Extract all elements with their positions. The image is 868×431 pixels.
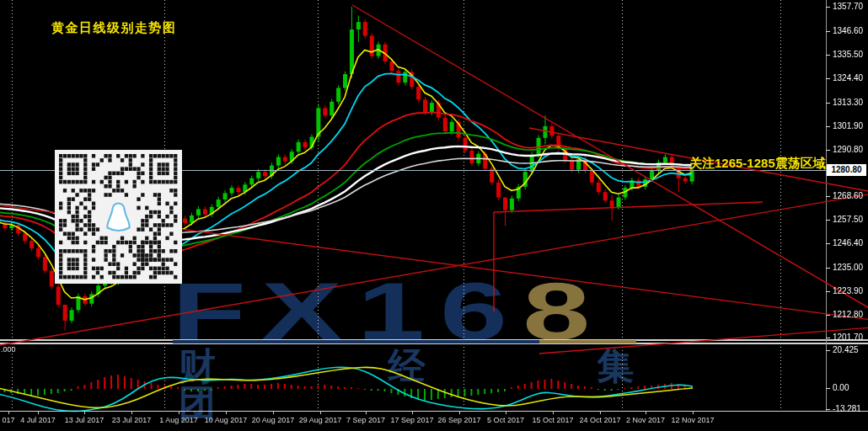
chart-canvas[interactable]: [0, 0, 868, 431]
current-price-box: 1280.80: [827, 164, 866, 176]
chart-window: FX168 财 经 集 团 黄金日线级别走势图 关注1265-1285震荡区域 …: [0, 0, 868, 431]
range-annotation: 关注1265-1285震荡区域: [689, 156, 826, 172]
partial-level-label: .000: [1, 345, 16, 354]
chart-title: 黄金日线级别走势图: [51, 20, 177, 36]
